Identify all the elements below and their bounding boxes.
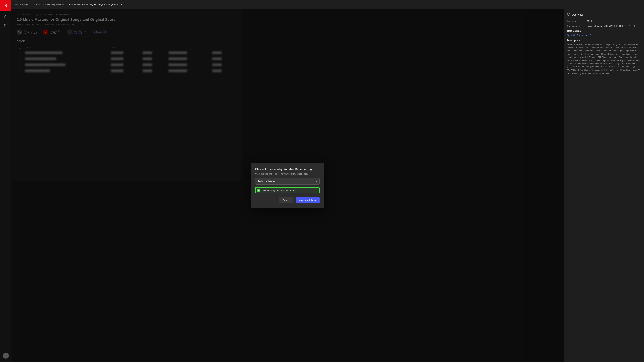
- top-navigation: NPS Training TEST: Season 2 / Delivery t…: [12, 0, 322, 9]
- modal-subtitle: We'll use this info to improve your deli…: [255, 173, 320, 175]
- breadcrumb-item-3: 2.0 Music Masters for Original Songs and…: [68, 3, 122, 5]
- breadcrumb-sep-2: /: [66, 3, 66, 5]
- modal-overlay: Please Indicate Why You Are Redelivering…: [12, 9, 322, 181]
- breadcrumb: NPS Training TEST: Season 2 / Delivery t…: [15, 3, 122, 5]
- reason-select-wrapper: Technical Issues Content Error Quality I…: [255, 178, 320, 181]
- svg-rect-0: [4, 16, 7, 18]
- breadcrumb-item-1[interactable]: NPS Training TEST: Season 2: [15, 3, 44, 5]
- breadcrumb-sep-1: /: [45, 3, 46, 5]
- redelivery-modal: Please Indicate Why You Are Redelivering…: [250, 163, 322, 181]
- reason-select[interactable]: Technical Issues Content Error Quality I…: [255, 178, 320, 181]
- breadcrumb-item-2[interactable]: Delivery to Netflix: [47, 3, 64, 5]
- sidebar-item-folder[interactable]: [0, 21, 12, 30]
- sidebar-item-list[interactable]: [0, 31, 12, 39]
- netflix-logo[interactable]: N: [0, 0, 12, 11]
- modal-title: Please Indicate Why You Are Redelivering: [255, 168, 320, 171]
- sidebar: N: [0, 0, 12, 181]
- sidebar-item-tv[interactable]: [0, 12, 12, 21]
